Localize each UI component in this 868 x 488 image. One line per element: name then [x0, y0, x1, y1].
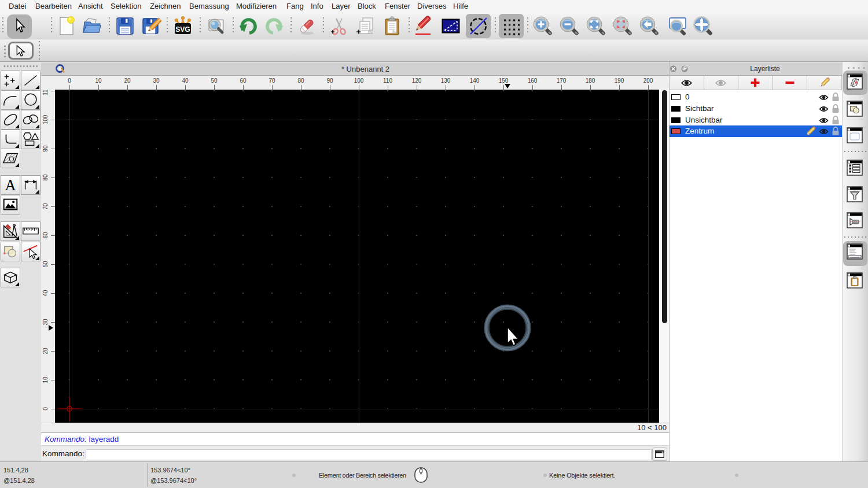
- svg-text:SVG: SVG: [175, 25, 190, 34]
- svg-text:A: A: [5, 177, 16, 194]
- svg-text:command: command: [850, 256, 859, 258]
